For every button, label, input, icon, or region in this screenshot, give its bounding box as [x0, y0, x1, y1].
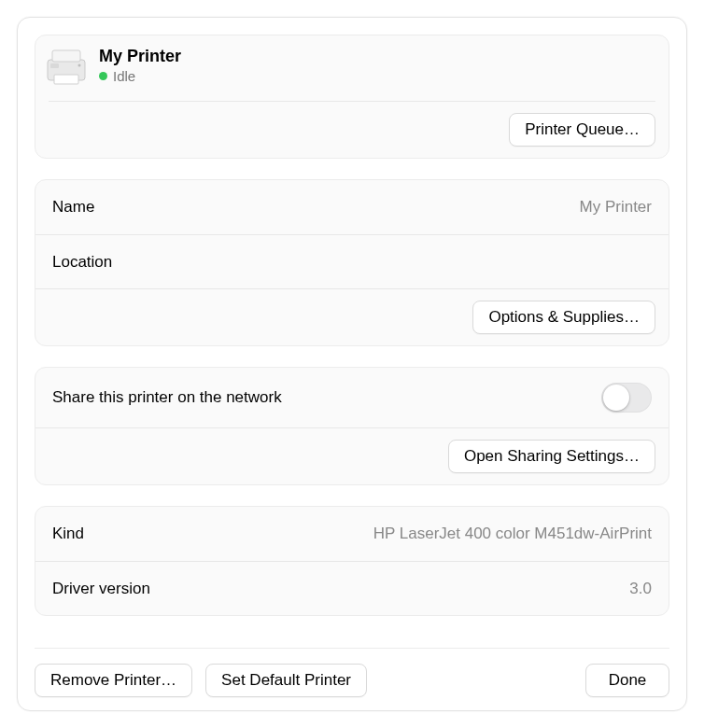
printer-settings-dialog: My Printer Idle Printer Queue… Name My P… [17, 17, 687, 711]
printer-summary-panel: My Printer Idle Printer Queue… [35, 35, 669, 159]
sharing-button-row: Open Sharing Settings… [35, 427, 669, 484]
driver-value: 3.0 [629, 580, 652, 598]
dialog-footer: Remove Printer… Set Default Printer Done [35, 648, 669, 697]
sharing-panel: Share this printer on the network Open S… [35, 367, 669, 485]
done-button[interactable]: Done [585, 664, 669, 697]
printer-title-block: My Printer Idle [99, 47, 181, 84]
svg-rect-1 [52, 50, 80, 62]
printer-info-panel: Kind HP LaserJet 400 color M451dw-AirPri… [35, 506, 669, 616]
share-toggle[interactable] [601, 383, 652, 413]
remove-printer-button[interactable]: Remove Printer… [35, 664, 192, 697]
queue-button-row: Printer Queue… [35, 102, 669, 158]
printer-status: Idle [99, 68, 181, 84]
set-default-printer-button[interactable]: Set Default Printer [205, 664, 367, 697]
kind-value: HP LaserJet 400 color M451dw-AirPrint [373, 525, 652, 543]
driver-row: Driver version 3.0 [35, 561, 669, 615]
share-label: Share this printer on the network [52, 388, 282, 407]
svg-rect-2 [54, 75, 78, 84]
name-value: My Printer [580, 198, 652, 217]
toggle-knob-icon [603, 385, 629, 411]
printer-name: My Printer [99, 47, 181, 66]
open-sharing-settings-button[interactable]: Open Sharing Settings… [448, 440, 655, 473]
driver-label: Driver version [52, 580, 150, 598]
options-supplies-button[interactable]: Options & Supplies… [472, 301, 655, 334]
kind-label: Kind [52, 525, 84, 543]
svg-point-4 [78, 64, 81, 67]
printer-identity-panel: Name My Printer Location Options & Suppl… [35, 179, 669, 346]
svg-rect-3 [50, 63, 59, 68]
printer-queue-button[interactable]: Printer Queue… [509, 113, 655, 147]
location-label: Location [52, 253, 112, 272]
printer-status-text: Idle [113, 68, 135, 84]
location-row: Location [35, 234, 669, 288]
printer-icon [45, 47, 88, 90]
status-dot-icon [99, 72, 107, 80]
share-toggle-row: Share this printer on the network [35, 368, 669, 427]
name-row: Name My Printer [35, 180, 669, 234]
name-label: Name [52, 198, 94, 217]
kind-row: Kind HP LaserJet 400 color M451dw-AirPri… [35, 507, 669, 561]
printer-header-row: My Printer Idle [35, 35, 669, 101]
options-button-row: Options & Supplies… [35, 288, 669, 345]
